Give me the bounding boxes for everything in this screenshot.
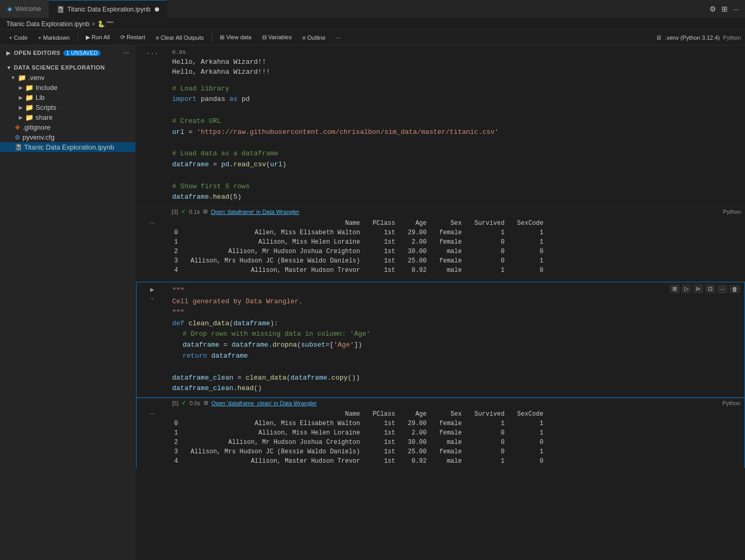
sidebar-item-lib[interactable]: ▶ 📁 Lib: [0, 93, 136, 102]
dataframe-table-1: Name PClass Age Sex Survived SexCode 0Al…: [168, 219, 550, 275]
add-markdown-label: + Markdown: [38, 35, 70, 41]
sidebar-item-share[interactable]: ▶ 📁 share: [0, 112, 136, 122]
sidebar-item-venv[interactable]: ▼ 📁 .venv: [0, 73, 136, 83]
cell-format-btn[interactable]: ⊞: [670, 284, 680, 293]
ellipsis-5[interactable]: ···: [150, 409, 155, 417]
code4-line3: """: [172, 307, 740, 318]
explorer-section: ▼ DATA SCIENCE EXPLORATION ▼ 📁 .venv ▶ 📁…: [0, 60, 136, 560]
cell-3-lang: Python: [723, 209, 741, 215]
env-label[interactable]: .venv (Python 3.12.4): [665, 35, 720, 41]
code4-line2: Cell generated by Data Wrangler.: [172, 296, 740, 307]
tab-welcome[interactable]: ◈ Welcome: [0, 0, 49, 18]
outline-label: ≡ Outline: [302, 35, 325, 41]
settings-icon[interactable]: ⚙: [709, 5, 716, 13]
cell-5-lang: Python: [723, 400, 740, 406]
tab-notebook[interactable]: 📓 Titanic Data Exploration.ipynb: [49, 0, 167, 18]
th2-sexcode: SexCode: [511, 409, 549, 419]
th2-age: Age: [401, 409, 433, 419]
open-editors-label: OPEN EDITORS: [14, 50, 61, 56]
notebook-toolbar: + Code + Markdown ▶ Run All ⟳ Restart ≡ …: [0, 30, 745, 45]
sidebar-more-icon[interactable]: ···: [123, 50, 129, 56]
breadcrumb-notebook[interactable]: Titanic Data Exploration.ipynb: [6, 20, 89, 28]
cell-5-number: [5]: [172, 400, 178, 406]
toolbar-sep-2: [211, 33, 212, 42]
code4-line5: # Drop rows with missing data in column:…: [172, 329, 740, 340]
table-row: 2Allison, Mr Hudson Joshua Creighton1st3…: [168, 438, 550, 447]
table-row: 2Allison, Mr Hudson Joshua Creighton1st3…: [168, 247, 550, 256]
view-data-label: ⊞ View data: [220, 34, 251, 41]
venv-label: .venv: [28, 74, 44, 82]
cell-5-time: 0.0s: [189, 400, 200, 406]
code-line-blank2: [172, 138, 740, 148]
cell-run-below-btn[interactable]: ⊳: [693, 284, 703, 293]
data-wrangler-icon-5: ⊞: [204, 399, 208, 406]
th2-sex: Sex: [433, 409, 468, 419]
pyvenv-icon: ⚙: [15, 134, 20, 141]
run-all-button[interactable]: ▶ Run All: [81, 32, 115, 42]
cell-3-status-check: ✓: [181, 208, 186, 215]
view-data-button[interactable]: ⊞ View data: [215, 32, 256, 42]
sidebar-item-scripts[interactable]: ▶ 📁 Scripts: [0, 102, 136, 112]
output-line-1: 0.0s: [172, 48, 740, 57]
include-label: Include: [36, 84, 58, 92]
cell-body-4[interactable]: """ Cell generated by Data Wrangler. """…: [168, 282, 744, 397]
toolbar-sep-1: [77, 33, 78, 42]
variables-button[interactable]: ⊟ Variables: [257, 32, 297, 42]
toolbar-more-label: ···: [336, 35, 341, 41]
restart-button[interactable]: ⟳ Restart: [116, 32, 150, 42]
lib-chevron: ▶: [19, 95, 23, 100]
open-editors-header[interactable]: ▶ OPEN EDITORS 1 unsaved ···: [0, 48, 136, 58]
cell-4: ▶ ⌄ """ Cell generated by Data Wrangler.…: [136, 282, 745, 398]
cell-more-btn[interactable]: ···: [717, 285, 727, 293]
scripts-chevron: ▶: [19, 105, 23, 110]
code-line-readcsv: dataframe = pd.read_csv(url): [172, 159, 740, 170]
ellipsis-3[interactable]: ···: [150, 219, 155, 226]
cell-3-time: 0.1s: [189, 209, 200, 215]
explorer-header[interactable]: ▼ DATA SCIENCE EXPLORATION: [0, 62, 136, 73]
ellipsis-output[interactable]: ···: [146, 49, 158, 57]
cell-output-hello: ··· 0.0s Hello, Arkahna Wizard!! Hello, …: [136, 45, 745, 80]
clear-all-button[interactable]: ≡ Clear All Outputs: [151, 33, 208, 42]
cell-4-run-btn[interactable]: ▶: [150, 285, 154, 293]
th-name: Name: [184, 219, 366, 228]
table-row: 3Allison, Mrs Hudson JC (Bessie Waldo Da…: [168, 256, 550, 266]
venv-folder-icon: 📁: [18, 74, 26, 82]
cell-gutter-hello: ···: [137, 46, 168, 79]
explorer-label: DATA SCIENCE EXPLORATION: [14, 64, 105, 71]
table-row: 1Allison, Miss Helen Loraine1st2.00femal…: [168, 428, 550, 438]
more-icon[interactable]: ···: [733, 5, 739, 13]
notebook-sidebar-icon: 📓: [15, 144, 22, 151]
share-folder-icon: 📁: [25, 113, 33, 121]
notebook-area[interactable]: ··· 0.0s Hello, Arkahna Wizard!! Hello, …: [136, 45, 745, 560]
output-line-2: Hello, Arkahna Wizard!!: [172, 57, 740, 67]
cell-2: # Load library import pandas as pd # Cre…: [136, 80, 745, 207]
toolbar-more-button[interactable]: ···: [331, 33, 345, 42]
cell-4-chevron[interactable]: ⌄: [151, 294, 154, 300]
code-line-cmt3: # Load data as a dataframe: [172, 148, 740, 159]
add-code-button[interactable]: + Code: [4, 33, 32, 42]
cell-add-btn[interactable]: ⊡: [705, 284, 715, 293]
outline-button[interactable]: ≡ Outline: [298, 33, 330, 42]
venv-chevron: ▼: [10, 75, 16, 81]
cell-run-above-btn[interactable]: ▷: [682, 284, 691, 293]
cell-5-output: ··· Name PClass Age Sex Survived: [136, 407, 745, 468]
data-wrangler-link-3[interactable]: Open 'dataframe' in Data Wrangler: [211, 209, 299, 215]
table-row: 0Allen, Miss Elisabeth Walton1st29.00fem…: [168, 228, 550, 237]
layout-icon[interactable]: ⊞: [721, 5, 728, 13]
share-chevron: ▶: [19, 115, 23, 120]
sidebar-item-notebook[interactable]: 📓 Titanic Data Exploration.ipynb: [0, 142, 136, 152]
add-markdown-button[interactable]: + Markdown: [33, 33, 74, 42]
pc-icon: 🖥: [656, 34, 662, 41]
sidebar-item-include[interactable]: ▶ 📁 Include: [0, 83, 136, 93]
sidebar: ▶ OPEN EDITORS 1 unsaved ··· ▼ DATA SCIE…: [0, 45, 136, 560]
variables-label: ⊟ Variables: [262, 34, 292, 41]
cell-body-2[interactable]: # Load library import pandas as pd # Cre…: [168, 81, 744, 207]
cell-5-status-bar: [5] ✓ 0.0s ⊞ Open 'dataframe_clean' in D…: [136, 398, 745, 407]
data-wrangler-link-5[interactable]: Open 'dataframe_clean' in Data Wrangler: [211, 400, 317, 406]
sidebar-item-pyvenv[interactable]: ⚙ pyvenv.cfg: [0, 132, 136, 142]
cell-delete-btn[interactable]: 🗑: [729, 285, 740, 293]
cell-gutter-3: ···: [137, 216, 168, 277]
tab-welcome-label: Welcome: [15, 5, 41, 13]
sidebar-item-gitignore[interactable]: ❖ .gitignore: [0, 122, 136, 132]
cell-3-output: ··· Name PClass Age Sex Survived: [136, 216, 745, 278]
